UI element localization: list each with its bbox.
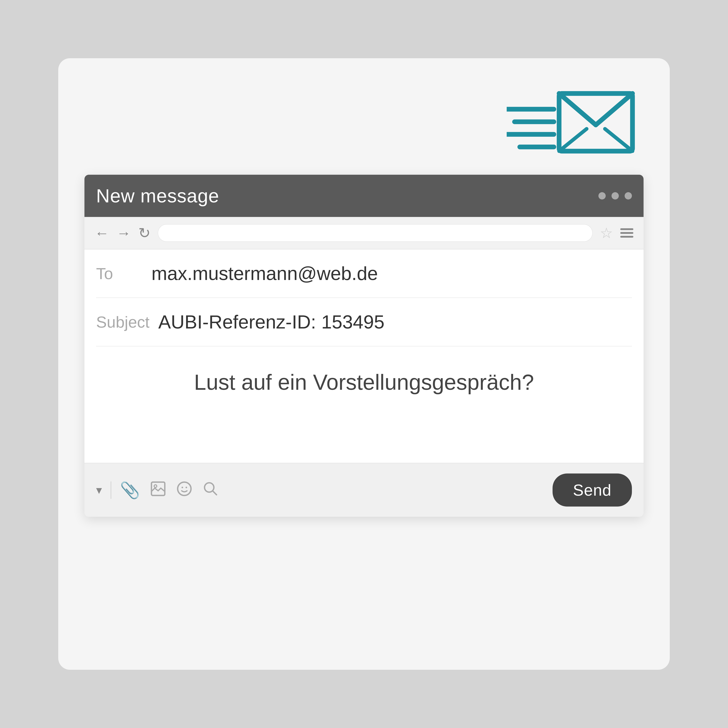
url-bar[interactable] bbox=[158, 224, 593, 242]
dot-3 bbox=[625, 192, 632, 199]
to-value[interactable]: max.mustermann@web.de bbox=[151, 263, 378, 284]
compose-window: New message ← → ↻ ☆ To max.muste bbox=[84, 175, 644, 517]
send-button[interactable]: Send bbox=[552, 474, 632, 506]
svg-line-5 bbox=[559, 93, 596, 125]
image-icon[interactable] bbox=[150, 481, 166, 499]
nav-bar: ← → ↻ ☆ bbox=[84, 217, 644, 249]
window-dots bbox=[598, 192, 632, 199]
menu-line-3 bbox=[620, 236, 633, 238]
menu-line-1 bbox=[620, 228, 633, 230]
search-icon[interactable] bbox=[202, 481, 219, 499]
attach-icon[interactable]: 📎 bbox=[120, 482, 140, 498]
subject-field-row: Subject AUBI-Referenz-ID: 153495 bbox=[96, 298, 632, 346]
title-bar: New message bbox=[84, 175, 644, 217]
svg-point-13 bbox=[185, 486, 187, 488]
dot-1 bbox=[598, 192, 606, 199]
format-dropdown-icon[interactable]: ▾ bbox=[96, 483, 102, 497]
to-field-row: To max.mustermann@web.de bbox=[96, 249, 632, 298]
back-button[interactable]: ← bbox=[95, 226, 109, 240]
svg-point-11 bbox=[177, 482, 191, 496]
toolbar-icons: 📎 bbox=[120, 481, 219, 499]
toolbar-divider bbox=[111, 481, 111, 499]
email-fields: To max.mustermann@web.de Subject AUBI-Re… bbox=[84, 249, 644, 346]
to-label: To bbox=[96, 264, 143, 283]
main-card: New message ← → ↻ ☆ To max.muste bbox=[58, 58, 670, 670]
menu-line-2 bbox=[620, 232, 633, 234]
svg-line-7 bbox=[559, 129, 587, 151]
svg-line-6 bbox=[596, 93, 633, 125]
forward-button[interactable]: → bbox=[116, 226, 131, 240]
menu-icon[interactable] bbox=[620, 228, 633, 238]
emoji-icon[interactable] bbox=[176, 481, 192, 499]
subject-label: Subject bbox=[96, 313, 150, 331]
bottom-toolbar: ▾ 📎 bbox=[84, 463, 644, 517]
toolbar-left: ▾ 📎 bbox=[96, 481, 219, 499]
svg-point-12 bbox=[182, 486, 183, 488]
svg-line-8 bbox=[605, 129, 633, 151]
email-flying-icon bbox=[507, 81, 638, 163]
svg-line-15 bbox=[213, 491, 217, 495]
reload-button[interactable]: ↻ bbox=[138, 226, 151, 240]
subject-value[interactable]: AUBI-Referenz-ID: 153495 bbox=[158, 311, 384, 333]
dot-2 bbox=[612, 192, 619, 199]
bookmark-icon[interactable]: ☆ bbox=[600, 225, 613, 242]
message-body[interactable]: Lust auf ein Vorstellungsgespräch? bbox=[84, 346, 644, 463]
svg-point-10 bbox=[154, 485, 157, 488]
message-text: Lust auf ein Vorstellungsgespräch? bbox=[96, 370, 632, 395]
window-title: New message bbox=[96, 185, 219, 207]
